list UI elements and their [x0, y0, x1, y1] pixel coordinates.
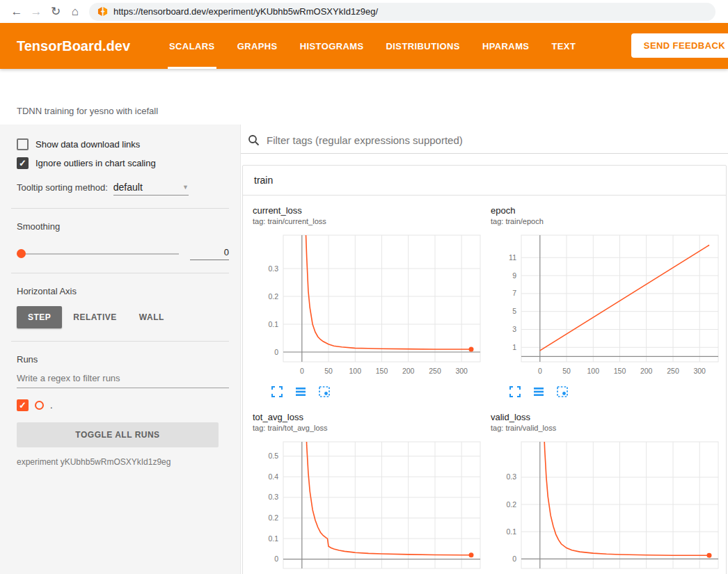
chart-options-button[interactable]: [294, 385, 307, 398]
show-download-links-checkbox[interactable]: [17, 138, 29, 150]
send-feedback-button[interactable]: SEND FEEDBACK: [631, 33, 728, 58]
settings-sidebar: Show data download links Ignore outliers…: [0, 125, 241, 574]
smoothing-value[interactable]: 0: [190, 247, 229, 260]
svg-text:250: 250: [667, 367, 679, 375]
tooltip-sorting-label: Tooltip sorting method:: [17, 182, 108, 193]
charts-grid: current_loss tag: train/current_loss 050…: [243, 196, 726, 574]
experiment-name: experiment yKUbhb5wRmOSXYkId1z9eg: [17, 457, 229, 467]
svg-text:100: 100: [587, 367, 600, 375]
expand-chart-button[interactable]: [509, 385, 521, 398]
search-icon: [248, 134, 260, 146]
fit-domain-button[interactable]: [556, 385, 569, 398]
wall-button[interactable]: WALL: [128, 306, 175, 328]
show-download-links-label: Show data download links: [35, 139, 140, 150]
chart-tag: tag: train/tot_avg_loss: [253, 424, 485, 432]
run-name: .: [50, 400, 53, 410]
reload-icon[interactable]: ↻: [46, 3, 65, 21]
divider: [11, 208, 229, 209]
svg-text:300: 300: [455, 367, 468, 375]
fit-domain-icon: [318, 385, 331, 398]
app-header: TensorBoard.dev SCALARS GRAPHS HISTOGRAM…: [0, 23, 728, 69]
home-icon[interactable]: ⌂: [65, 3, 85, 21]
svg-text:150: 150: [376, 367, 388, 375]
chart-title: tot_avg_loss: [253, 412, 485, 422]
tensorboard-favicon: [97, 6, 108, 17]
forward-icon[interactable]: →: [26, 3, 46, 21]
svg-text:0.2: 0.2: [506, 500, 516, 509]
svg-text:0: 0: [300, 367, 304, 375]
fit-domain-icon: [556, 385, 569, 398]
lines-icon: [532, 385, 545, 398]
chart-title: current_loss: [253, 205, 485, 216]
address-bar[interactable]: https://tensorboard.dev/experiment/yKUbh…: [89, 3, 715, 21]
svg-text:50: 50: [324, 367, 333, 375]
chart-card-tot-avg-loss: tot_avg_loss tag: train/tot_avg_loss 050…: [253, 412, 485, 574]
tab-text[interactable]: TEXT: [540, 23, 587, 69]
section-header-train[interactable]: train: [243, 166, 726, 196]
svg-text:0.1: 0.1: [268, 320, 278, 328]
fit-domain-button[interactable]: [318, 385, 331, 398]
tab-distributions[interactable]: DISTRIBUTIONS: [375, 23, 471, 69]
chart-canvas[interactable]: 5010015020025030000.10.20.3: [491, 438, 723, 574]
svg-text:0: 0: [274, 348, 278, 356]
tag-filter-input[interactable]: [267, 134, 722, 146]
slider-thumb[interactable]: [17, 249, 26, 258]
chart-tag: tag: train/epoch: [491, 217, 723, 225]
run-checkbox[interactable]: [17, 399, 29, 411]
chart-title: valid_loss: [491, 412, 723, 422]
svg-text:0.4: 0.4: [268, 472, 278, 481]
smoothing-slider[interactable]: [17, 249, 179, 259]
smoothing-row: 0: [17, 247, 229, 260]
chart-options-button[interactable]: [532, 385, 545, 398]
chart-canvas[interactable]: 05010015020025030000.10.20.3: [253, 231, 485, 381]
expand-icon: [509, 385, 521, 398]
svg-text:150: 150: [614, 367, 626, 375]
chart-tag: tag: train/valid_loss: [491, 424, 723, 432]
run-color-circle: [35, 401, 44, 410]
lines-icon: [294, 385, 307, 398]
tooltip-sorting-row: Tooltip sorting method: default ▼: [17, 182, 229, 196]
svg-text:0.2: 0.2: [268, 513, 278, 522]
app-title[interactable]: TensorBoard.dev: [0, 38, 158, 54]
svg-text:50: 50: [562, 367, 571, 375]
runs-filter-input[interactable]: [17, 367, 229, 388]
svg-text:0.2: 0.2: [268, 292, 278, 301]
chart-card-current-loss: current_loss tag: train/current_loss 050…: [253, 205, 485, 398]
chart-canvas[interactable]: 05010015020025030000.10.20.30.40.5: [253, 438, 485, 574]
svg-text:0.3: 0.3: [268, 264, 278, 273]
svg-text:0.5: 0.5: [268, 452, 278, 460]
run-row[interactable]: .: [17, 399, 229, 411]
nav-tabs: SCALARS GRAPHS HISTOGRAMS DISTRIBUTIONS …: [158, 23, 587, 69]
ignore-outliers-checkbox[interactable]: [17, 157, 29, 169]
slider-track: [17, 253, 179, 255]
tooltip-sorting-select[interactable]: default ▼: [113, 182, 189, 196]
tab-graphs[interactable]: GRAPHS: [226, 23, 289, 69]
ignore-outliers-row[interactable]: Ignore outliers in chart scaling: [17, 157, 229, 169]
tab-histograms[interactable]: HISTOGRAMS: [289, 23, 375, 69]
step-button[interactable]: STEP: [17, 306, 62, 328]
chart-canvas[interactable]: 0501001502002503001357911: [491, 231, 723, 381]
browser-toolbar: ← → ↻ ⌂ https://tensorboard.dev/experime…: [0, 0, 728, 23]
chart-tag: tag: train/current_loss: [253, 217, 485, 225]
chart-card-epoch: epoch tag: train/epoch 05010015020025030…: [491, 205, 723, 398]
svg-text:0.3: 0.3: [506, 472, 516, 481]
chart-toolbar: [509, 385, 723, 398]
svg-text:100: 100: [349, 367, 362, 375]
show-download-links-row[interactable]: Show data download links: [17, 138, 229, 150]
tab-scalars[interactable]: SCALARS: [158, 23, 226, 69]
svg-text:7: 7: [512, 289, 516, 297]
horizontal-axis-buttons: STEP RELATIVE WALL: [17, 306, 229, 328]
back-icon[interactable]: ←: [7, 3, 26, 21]
smoothing-label: Smoothing: [17, 221, 229, 232]
expand-chart-button[interactable]: [271, 385, 283, 398]
divider: [11, 341, 229, 342]
svg-text:3: 3: [512, 325, 516, 333]
relative-button[interactable]: RELATIVE: [62, 306, 127, 328]
tab-hparams[interactable]: HPARAMS: [471, 23, 541, 69]
toggle-all-runs-button[interactable]: TOGGLE ALL RUNS: [17, 422, 219, 447]
svg-text:250: 250: [429, 367, 441, 375]
svg-text:300: 300: [693, 367, 706, 375]
svg-text:0.3: 0.3: [268, 493, 278, 501]
page: ← → ↻ ⌂ https://tensorboard.dev/experime…: [0, 0, 728, 574]
chart-card-valid-loss: valid_loss tag: train/valid_loss 5010015…: [491, 412, 723, 574]
